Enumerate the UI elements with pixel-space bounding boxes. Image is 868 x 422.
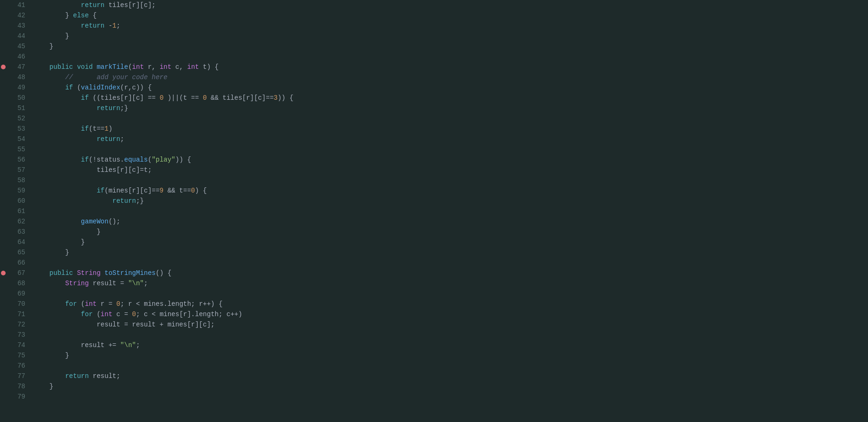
line-number-56[interactable]: 56: [0, 155, 29, 165]
line-num: 71: [17, 311, 25, 318]
code-line-70: for (int r = 0; r < mines.length; r++) {: [34, 299, 868, 309]
code-line-55: [34, 144, 868, 155]
line-num: 53: [17, 125, 25, 133]
line-num: 75: [17, 352, 25, 359]
line-number-77[interactable]: 77: [0, 371, 29, 381]
line-num: 43: [17, 22, 25, 30]
code-line-71: for (int c = 0; c < mines[r].length; c++…: [34, 309, 868, 319]
line-number-65[interactable]: 65: [0, 247, 29, 258]
code-line-74: result += "\n";: [34, 340, 868, 350]
line-num: 77: [17, 372, 25, 380]
line-number-47[interactable]: 47: [0, 62, 29, 72]
line-number-64[interactable]: 64: [0, 237, 29, 247]
code-line-78: }: [34, 381, 868, 392]
line-num: 76: [17, 362, 25, 370]
line-number-72[interactable]: 72: [0, 319, 29, 330]
line-num: 73: [17, 331, 25, 339]
line-num: 60: [17, 197, 25, 205]
code-line-45: }: [34, 41, 868, 52]
line-num: 56: [17, 156, 25, 163]
line-numbers: 41 42 43 44 45 46 47 48 49 50 51 52 53 5…: [0, 0, 29, 422]
line-number-46[interactable]: 46: [0, 52, 29, 62]
code-editor: 41 42 43 44 45 46 47 48 49 50 51 52 53 5…: [0, 0, 868, 422]
code-line-66: [34, 258, 868, 268]
code-line-44: }: [34, 31, 868, 41]
code-line-53: if(t==1): [34, 124, 868, 134]
line-num: 46: [17, 53, 25, 60]
line-number-66[interactable]: 66: [0, 258, 29, 268]
line-number-79[interactable]: 79: [0, 392, 29, 402]
line-number-71[interactable]: 71: [0, 309, 29, 319]
line-num: 57: [17, 166, 25, 174]
code-line-59: if(mines[r][c]==9 && t==0) {: [34, 185, 868, 196]
line-num: 62: [17, 218, 25, 225]
line-num: 67: [17, 269, 25, 277]
line-num: 74: [17, 341, 25, 349]
code-line-61: [34, 206, 868, 216]
code-line-57: tiles[r][c]=t;: [34, 165, 868, 175]
line-num: 65: [17, 249, 25, 256]
line-num: 48: [17, 74, 25, 81]
line-number-62[interactable]: 62: [0, 216, 29, 227]
line-num: 61: [17, 207, 25, 215]
code-line-68: String result = "\n";: [34, 278, 868, 289]
line-number-61[interactable]: 61: [0, 206, 29, 216]
code-line-72: result = result + mines[r][c];: [34, 319, 868, 330]
line-num: 66: [17, 259, 25, 267]
code-line-76: [34, 361, 868, 371]
line-number-73[interactable]: 73: [0, 330, 29, 340]
line-number-69[interactable]: 69: [0, 289, 29, 299]
line-number-70[interactable]: 70: [0, 299, 29, 309]
line-num: 58: [17, 177, 25, 184]
code-line-41: return tiles[r][c];: [34, 0, 868, 10]
line-number-54[interactable]: 54: [0, 134, 29, 144]
line-number-50[interactable]: 50: [0, 93, 29, 103]
line-number-57[interactable]: 57: [0, 165, 29, 175]
code-line-42: } else {: [34, 10, 868, 21]
line-number-68[interactable]: 68: [0, 278, 29, 289]
code-line-48: // add your code here: [34, 72, 868, 82]
line-number-55[interactable]: 55: [0, 144, 29, 155]
code-line-69: [34, 289, 868, 299]
line-num: 69: [17, 290, 25, 297]
line-num: 63: [17, 228, 25, 236]
line-num: 52: [17, 115, 25, 122]
line-number-51[interactable]: 51: [0, 103, 29, 113]
code-line-73: [34, 330, 868, 340]
line-number-48[interactable]: 48: [0, 72, 29, 82]
line-number-60[interactable]: 60: [0, 196, 29, 206]
line-number-52[interactable]: 52: [0, 113, 29, 124]
line-number-43[interactable]: 43: [0, 21, 29, 31]
line-number-49[interactable]: 49: [0, 82, 29, 93]
line-number-44[interactable]: 44: [0, 31, 29, 41]
line-number-74[interactable]: 74: [0, 340, 29, 350]
code-line-60: return;}: [34, 196, 868, 206]
line-number-45[interactable]: 45: [0, 41, 29, 52]
line-number-78[interactable]: 78: [0, 381, 29, 392]
code-line-77: return result;: [34, 371, 868, 381]
code-line-79: [34, 392, 868, 402]
line-number-53[interactable]: 53: [0, 124, 29, 134]
line-number-41[interactable]: 41: [0, 0, 29, 10]
line-number-63[interactable]: 63: [0, 227, 29, 237]
line-number-59[interactable]: 59: [0, 185, 29, 196]
line-num: 41: [17, 1, 25, 9]
code-line-65: }: [34, 247, 868, 258]
line-num: 59: [17, 187, 25, 194]
code-line-49: if (validIndex(r,c)) {: [34, 82, 868, 93]
code-line-52: [34, 113, 868, 124]
line-num: 64: [17, 238, 25, 246]
line-number-67[interactable]: 67: [0, 268, 29, 278]
code-line-46: [34, 52, 868, 62]
line-num: 45: [17, 43, 25, 50]
line-number-76[interactable]: 76: [0, 361, 29, 371]
code-line-47: public void markTile(int r, int c, int t…: [34, 62, 868, 72]
line-number-42[interactable]: 42: [0, 10, 29, 21]
line-num: 72: [17, 321, 25, 328]
line-num: 50: [17, 94, 25, 102]
line-number-75[interactable]: 75: [0, 350, 29, 361]
line-number-58[interactable]: 58: [0, 175, 29, 185]
line-num: 78: [17, 383, 25, 390]
code-line-75: }: [34, 350, 868, 361]
line-num: 70: [17, 300, 25, 308]
